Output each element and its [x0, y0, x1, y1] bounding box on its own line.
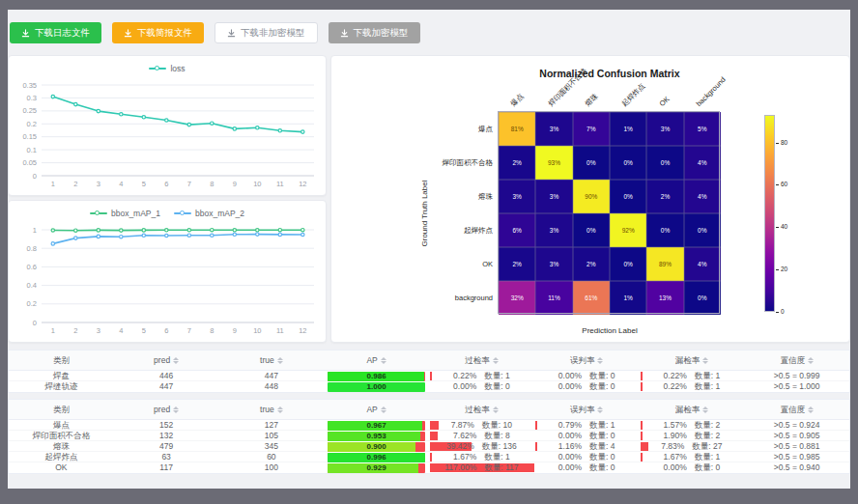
rate-count: 数量: 0: [589, 381, 615, 392]
column-header-true[interactable]: true: [219, 405, 325, 415]
column-header-AP[interactable]: AP: [324, 405, 429, 415]
sort-icon[interactable]: [702, 357, 708, 364]
matrix-row-label: OK: [396, 260, 493, 268]
table-row: 焊缝轨迹4474481.0000.00%数量: 00.00%数量: 00.22%…: [9, 381, 849, 392]
sort-icon[interactable]: [173, 406, 179, 413]
sort-icon[interactable]: [808, 357, 814, 364]
colorbar: [764, 115, 775, 312]
cell-class: 焊印面积不合格: [9, 431, 114, 441]
sort-icon[interactable]: [702, 406, 708, 413]
cell-overdetect-rate: 7.87%数量: 10: [429, 420, 534, 431]
legend-item-bbox_mAP_1[interactable]: bbox_mAP_1: [90, 209, 160, 218]
download-icon: [227, 29, 236, 38]
sort-icon[interactable]: [597, 406, 603, 413]
svg-text:7: 7: [187, 326, 191, 335]
cell-miss-rate: 0.22%数量: 1: [640, 371, 745, 381]
cell-misjudge-rate: 1.16%数量: 4: [534, 441, 640, 452]
column-header-误判率[interactable]: 误判率: [534, 355, 640, 366]
legend-item-loss[interactable]: loss: [149, 64, 185, 73]
column-header-漏检率[interactable]: 漏检率: [640, 355, 745, 366]
rate-percent: 7.83%: [661, 441, 684, 452]
rate-count: 数量: 1: [695, 371, 720, 381]
column-header-pred[interactable]: pred: [114, 405, 219, 415]
rate-count: 数量: 0: [589, 462, 615, 473]
matrix-col-label: 熔珠: [583, 92, 599, 108]
column-header-过检率[interactable]: 过检率: [429, 355, 534, 366]
column-header-置信度[interactable]: 置信度: [744, 355, 849, 366]
matrix-cell: 5%: [684, 112, 721, 146]
rate-count: 数量: 2: [695, 431, 720, 441]
cell-true: 345: [219, 441, 325, 452]
matrix-cell: 0%: [646, 146, 683, 180]
download-button-1[interactable]: 下载日志文件: [10, 22, 101, 43]
matrix-xlabel: Prediction Label: [499, 326, 721, 335]
rate-percent: 0.00%: [453, 381, 476, 392]
button-label: 下载加密模型: [354, 27, 409, 40]
legend-marker-icon: [149, 65, 166, 72]
matrix-title: Normalized Confusion Matrix: [465, 68, 755, 79]
matrix-col-label: OK: [657, 95, 671, 108]
ap-bar: 0.996: [328, 453, 425, 462]
sort-icon[interactable]: [277, 357, 283, 364]
column-header-AP[interactable]: AP: [324, 355, 429, 366]
legend-marker-icon: [90, 210, 107, 217]
column-header-过检率[interactable]: 过检率: [429, 405, 534, 415]
rate-count: 数量: 1: [695, 381, 720, 392]
rate-percent: 0.00%: [558, 462, 582, 473]
svg-text:8: 8: [210, 326, 214, 335]
column-header-pred[interactable]: pred: [114, 355, 219, 366]
sort-icon[interactable]: [493, 357, 499, 364]
cell-miss-rate: 1.90%数量: 2: [640, 431, 745, 441]
cell-confidence: >0.5 = 1.000: [744, 381, 849, 392]
download-button-3[interactable]: 下载非加密模型: [214, 22, 318, 43]
ap-bar: 0.967: [328, 421, 425, 431]
column-header-label: 置信度: [780, 405, 805, 415]
rate-count: 数量: 8: [484, 431, 509, 441]
svg-text:6: 6: [164, 180, 168, 188]
rate-count: 数量: 1: [695, 452, 720, 462]
sort-icon[interactable]: [277, 406, 283, 413]
svg-text:0.6: 0.6: [27, 263, 37, 271]
sort-icon[interactable]: [381, 406, 386, 413]
cell-pred: 152: [114, 420, 219, 431]
matrix-cell: 3%: [535, 180, 572, 213]
svg-text:2: 2: [73, 326, 77, 335]
colorbar-tick: 80: [781, 139, 787, 146]
column-header-label: 过检率: [465, 355, 490, 366]
sort-icon[interactable]: [808, 406, 814, 413]
cell-confidence: >0.5 = 0.999: [744, 371, 849, 381]
matrix-cell: 4%: [684, 146, 721, 180]
download-button-4[interactable]: 下载加密模型: [329, 22, 420, 43]
svg-text:0: 0: [33, 319, 37, 327]
column-header-漏检率[interactable]: 漏检率: [640, 405, 745, 415]
column-header-误判率[interactable]: 误判率: [534, 405, 640, 415]
button-label: 下载简报文件: [137, 27, 192, 40]
sort-icon[interactable]: [493, 406, 499, 413]
column-header-置信度[interactable]: 置信度: [744, 405, 849, 415]
column-header-true[interactable]: true: [219, 355, 325, 366]
svg-text:4: 4: [119, 180, 123, 188]
legend-label: bbox_mAP_2: [195, 209, 244, 218]
svg-text:0.15: 0.15: [22, 132, 37, 141]
column-header-类别: 类别: [9, 405, 114, 415]
sort-icon[interactable]: [597, 357, 603, 364]
sort-icon[interactable]: [173, 357, 179, 364]
rate-percent: 0.79%: [558, 420, 582, 431]
download-button-2[interactable]: 下载简报文件: [112, 22, 204, 43]
rate-percent: 0.00%: [558, 381, 582, 392]
table-row: OK1171000.929117.00%数量: 1170.00%数量: 00.0…: [9, 462, 849, 473]
matrix-cell: 1%: [610, 112, 646, 146]
sort-icon[interactable]: [381, 357, 386, 364]
ap-bar: 0.953: [328, 432, 425, 441]
cell-overdetect-rate: 0.22%数量: 1: [429, 371, 534, 381]
svg-text:9: 9: [233, 180, 237, 188]
rate-count: 数量: 0: [695, 462, 720, 473]
matrix-cell: 2%: [646, 180, 683, 213]
matrix-cell: 4%: [684, 247, 721, 281]
rate-percent: 0.22%: [664, 371, 687, 381]
svg-text:1: 1: [33, 226, 37, 235]
colorbar-tick: 60: [781, 181, 787, 187]
legend-item-bbox_mAP_2[interactable]: bbox_mAP_2: [174, 209, 244, 218]
matrix-cell: 0%: [610, 146, 646, 180]
cell-pred: 447: [114, 381, 219, 392]
